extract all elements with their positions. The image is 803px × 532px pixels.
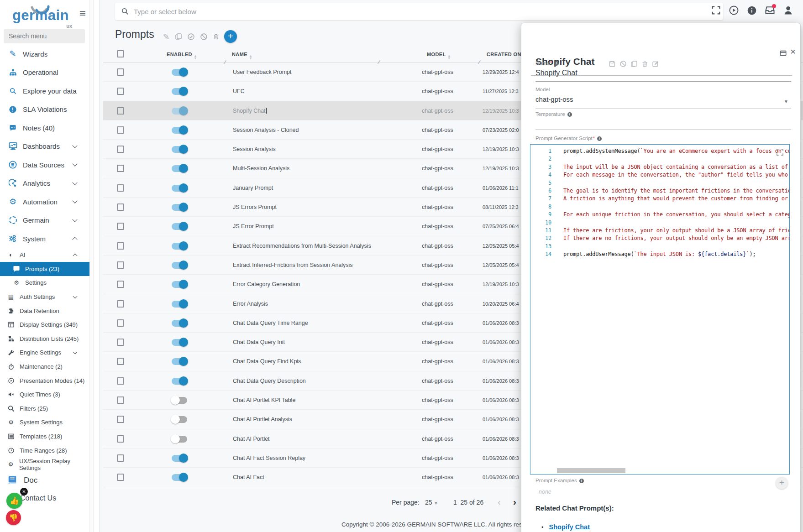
sidebar-item-time-ranges[interactable]: Time Ranges (28) — [0, 443, 89, 458]
row-checkbox[interactable] — [117, 223, 124, 230]
sidebar-item-filters[interactable]: Filters (25) — [0, 402, 89, 416]
sidebar-item-engine-settings[interactable]: Engine Settings — [0, 346, 89, 360]
delete-trash-icon[interactable] — [213, 33, 219, 40]
enabled-toggle[interactable] — [172, 378, 187, 385]
menu-toggle-icon[interactable]: ≡ — [77, 7, 89, 19]
name-field-input[interactable]: Shopify Chat — [535, 69, 577, 77]
enabled-toggle[interactable] — [172, 474, 187, 481]
row-checkbox[interactable] — [117, 339, 124, 346]
sidebar-item-display-settings[interactable]: Display Settings (349) — [0, 318, 89, 332]
edit-icon[interactable]: ✎ — [163, 32, 169, 42]
row-checkbox[interactable] — [117, 358, 124, 365]
sidebar-item-system[interactable]: System — [0, 229, 89, 248]
enabled-toggle[interactable] — [172, 88, 187, 95]
row-checkbox[interactable] — [117, 261, 124, 269]
add-prompt-button[interactable]: + — [224, 30, 237, 43]
enabled-toggle[interactable] — [172, 397, 187, 404]
sidebar-item-dashboards[interactable]: Dashboards — [0, 137, 89, 156]
notifications-inbox-icon[interactable] — [765, 6, 775, 15]
sidebar-scrollbar[interactable] — [89, 0, 94, 532]
enabled-toggle[interactable] — [172, 69, 187, 76]
row-checkbox[interactable] — [117, 88, 124, 95]
delete-trash-icon[interactable] — [642, 61, 648, 67]
sidebar-item-ux-session-replay-settings[interactable]: ⚙UX/Session Replay Settings — [0, 457, 89, 471]
next-page-button[interactable]: › — [513, 496, 516, 507]
sidebar-search-input[interactable]: Search menu — [4, 29, 85, 43]
row-checkbox[interactable] — [117, 377, 124, 385]
enabled-toggle[interactable] — [172, 416, 187, 423]
sidebar-item-ai[interactable]: ◐AI — [0, 248, 89, 262]
sidebar-item-quiet-times[interactable]: Quiet Times (3) — [0, 387, 89, 402]
row-checkbox[interactable] — [117, 416, 124, 423]
enabled-toggle[interactable] — [172, 146, 187, 153]
enabled-toggle[interactable] — [172, 320, 187, 327]
enabled-toggle[interactable] — [172, 339, 187, 346]
copy-icon[interactable] — [631, 61, 637, 67]
row-checkbox[interactable] — [117, 281, 124, 288]
feedback-thumbs-down-button[interactable]: 👎 — [6, 510, 21, 525]
related-prompt-link[interactable]: Shopify Chat — [549, 523, 590, 531]
sidebar-item-templates[interactable]: Templates (218) — [0, 429, 89, 443]
row-checkbox[interactable] — [117, 165, 124, 172]
model-select[interactable]: chat-gpt-oss — [535, 95, 573, 103]
prompt-generator-script-editor[interactable]: 1prompt.addSystemMessage(`You are an eCo… — [530, 144, 790, 475]
per-page-select[interactable]: 25▼ — [425, 499, 438, 506]
enabled-toggle[interactable] — [172, 185, 187, 192]
play-icon[interactable] — [729, 5, 739, 15]
sidebar-item-wizards[interactable]: ✎Wizards — [0, 45, 89, 63]
sidebar-item-data-sources[interactable]: Data Sources — [0, 156, 89, 174]
sidebar-item-system-settings[interactable]: ⚙System Settings — [0, 416, 89, 430]
save-icon[interactable] — [609, 61, 615, 67]
sidebar-item-operational[interactable]: Operational — [0, 63, 89, 82]
sidebar-item-explore-your-data[interactable]: Explore your data — [0, 82, 89, 100]
prev-page-button[interactable]: ‹ — [498, 496, 501, 507]
add-example-button[interactable]: + — [776, 477, 788, 489]
row-checkbox[interactable] — [117, 454, 124, 462]
window-restore-icon[interactable] — [780, 50, 787, 57]
sidebar-item-settings[interactable]: ⚙Settings — [0, 276, 89, 290]
enabled-toggle[interactable] — [172, 358, 187, 365]
feedback-close-icon[interactable]: ✕ — [20, 488, 28, 495]
column-header-name[interactable]: NAME▴▾ — [232, 52, 252, 59]
sidebar-item-data-retention[interactable]: Data Retention — [0, 304, 89, 318]
row-checkbox[interactable] — [117, 203, 124, 211]
column-header-model[interactable]: MODEL▴▾ — [427, 52, 450, 59]
row-checkbox[interactable] — [117, 126, 124, 134]
row-checkbox[interactable] — [117, 146, 124, 153]
rename-edit-icon[interactable] — [652, 61, 659, 67]
row-checkbox[interactable] — [117, 319, 124, 327]
enabled-toggle[interactable] — [172, 204, 187, 211]
enabled-toggle[interactable] — [172, 127, 187, 134]
sidebar-item-automation[interactable]: ⚙Automation — [0, 193, 89, 211]
editor-horizontal-scrollbar[interactable] — [557, 468, 625, 473]
user-icon[interactable] — [783, 5, 793, 15]
column-header-enabled[interactable]: ENABLED▴▾ — [167, 52, 196, 59]
global-search[interactable]: Type or select below — [115, 3, 723, 20]
row-checkbox[interactable] — [117, 300, 124, 308]
sidebar-item-auth-settings[interactable]: ▤Auth Settings — [0, 290, 89, 304]
sidebar-item-distribution-lists[interactable]: Distribution Lists (245) — [0, 332, 89, 346]
enable-check-icon[interactable] — [188, 33, 194, 40]
disable-ban-icon[interactable] — [620, 61, 626, 67]
sidebar-item-germain[interactable]: Germain — [0, 211, 89, 230]
temperature-field-input[interactable] — [535, 130, 791, 130]
sidebar-item-sla-violations[interactable]: SLA Violations — [0, 100, 89, 119]
fullscreen-icon[interactable] — [712, 6, 720, 15]
row-checkbox[interactable] — [117, 68, 124, 76]
copy-icon[interactable] — [175, 33, 182, 40]
row-checkbox[interactable] — [117, 184, 124, 192]
sidebar-item-presentation-modes[interactable]: Presentation Modes (14) — [0, 374, 89, 388]
enabled-toggle[interactable] — [172, 455, 187, 462]
disable-ban-icon[interactable] — [200, 33, 207, 40]
enabled-toggle[interactable] — [172, 223, 187, 230]
sidebar-item-prompts[interactable]: Prompts (23) — [0, 262, 89, 276]
enabled-toggle[interactable] — [172, 243, 187, 250]
sidebar-item-analytics[interactable]: Analytics — [0, 174, 89, 193]
row-checkbox[interactable] — [117, 242, 124, 250]
chevron-down-icon[interactable]: ▼ — [784, 99, 788, 104]
enabled-toggle[interactable] — [172, 436, 187, 443]
sidebar-item-doc[interactable]: Doc — [0, 471, 89, 490]
enabled-toggle[interactable] — [172, 165, 187, 172]
row-checkbox[interactable] — [117, 396, 124, 404]
enabled-toggle[interactable] — [172, 262, 187, 269]
